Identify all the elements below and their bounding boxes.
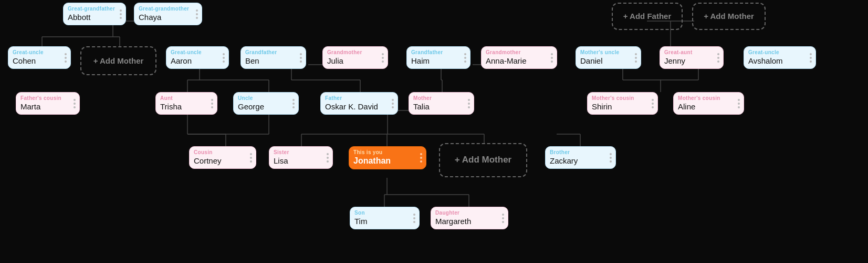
node-dots: [420, 153, 422, 163]
node-dots: [392, 99, 394, 108]
node-dots: [738, 99, 740, 108]
add-father-top-right-button[interactable]: + Add Father: [612, 3, 683, 30]
node-dots: [551, 53, 553, 63]
node-dots: [65, 53, 67, 63]
node-uncle-george[interactable]: Uncle George: [233, 92, 299, 115]
node-aunt-trisha[interactable]: Aunt Trisha: [155, 92, 217, 115]
node-dots: [196, 9, 198, 19]
node-grandmother-julia[interactable]: Grandmother Julia: [322, 46, 388, 69]
node-sister-lisa[interactable]: Sister Lisa: [269, 146, 333, 169]
node-cousin-cortney[interactable]: Cousin Cortney: [189, 146, 256, 169]
node-daughter-margareth[interactable]: Daughter Margareth: [431, 207, 508, 229]
node-great-uncle-aaron[interactable]: Great-uncle Aaron: [166, 46, 229, 69]
node-dots: [810, 53, 812, 63]
node-dots: [635, 53, 637, 63]
family-tree: Great-grandfather Abbott Great-grandmoth…: [0, 0, 868, 263]
node-grandfather-haim[interactable]: Grandfather Haim: [406, 46, 470, 69]
node-brother-zackary[interactable]: Brother Zackary: [545, 146, 616, 169]
add-mother-top-left-button[interactable]: + Add Mother: [80, 46, 156, 75]
node-dots: [502, 214, 504, 223]
node-father-oskar[interactable]: Father Oskar K. David: [320, 92, 398, 115]
node-son-tim[interactable]: Son Tim: [350, 207, 420, 229]
node-mothers-uncle-daniel[interactable]: Mother's uncle Daniel: [576, 46, 641, 69]
node-dots: [717, 53, 719, 63]
node-mother-talia[interactable]: Mother Talia: [409, 92, 474, 115]
node-dots: [300, 53, 302, 63]
node-mothers-cousin-aline[interactable]: Mother's cousin Aline: [673, 92, 744, 115]
node-dots: [292, 99, 295, 108]
node-dots: [327, 153, 329, 163]
add-mother-mid-button[interactable]: + Add Mother: [439, 143, 527, 177]
node-dots: [223, 53, 225, 63]
node-dots: [610, 153, 612, 163]
node-dots: [413, 214, 415, 223]
node-grandfather-ben[interactable]: Grandfather Ben: [240, 46, 306, 69]
node-great-uncle-avshalom[interactable]: Great-uncle Avshalom: [744, 46, 816, 69]
node-great-grandmother-chaya[interactable]: Great-grandmother Chaya: [134, 3, 202, 25]
add-mother-top-right-button[interactable]: + Add Mother: [692, 3, 766, 30]
node-dots: [74, 99, 76, 108]
node-dots: [464, 53, 466, 63]
node-dots: [250, 153, 252, 163]
node-great-aunt-jenny[interactable]: Great-aunt Jenny: [660, 46, 724, 69]
node-jonathan-self[interactable]: This is you Jonathan: [349, 146, 426, 169]
node-dots: [120, 9, 122, 19]
node-dots: [211, 99, 213, 108]
node-fathers-cousin-marta[interactable]: Father's cousin Marta: [16, 92, 80, 115]
node-grandmother-anna[interactable]: Grandmother Anna-Marie: [481, 46, 557, 69]
node-dots: [652, 99, 654, 108]
node-great-grandfather-abbott[interactable]: Great-grandfather Abbott: [63, 3, 126, 25]
node-dots: [382, 53, 384, 63]
node-great-uncle-cohen[interactable]: Great-uncle Cohen: [8, 46, 71, 69]
node-dots: [468, 99, 470, 108]
node-mothers-cousin-shirin[interactable]: Mother's cousin Shirin: [587, 92, 658, 115]
